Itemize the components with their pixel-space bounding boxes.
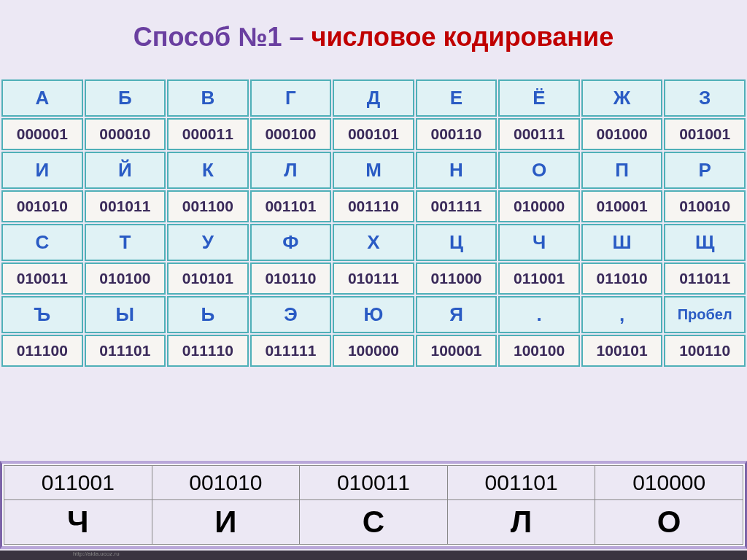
letter-cell: Х [333,224,414,261]
letter-cell: Щ [664,224,746,261]
letter-cell: Ш [581,224,663,261]
example-panel: 011001 001010 010011 001101 010000 Ч И С… [0,461,747,549]
code-cell: 001001 [664,118,746,150]
table-row: 011100 011101 011110 011111 100000 10000… [1,335,746,367]
letter-cell: Ь [167,296,249,333]
code-cell: 001010 [1,190,83,222]
code-cell: 001011 [85,190,166,222]
letter-cell: Ц [416,224,498,261]
code-cell: 001101 [250,190,332,222]
letter-cell: П [581,152,663,189]
example-table: 011001 001010 010011 001101 010000 Ч И С… [4,465,743,545]
letter-cell: Н [416,152,498,189]
code-cell: 011000 [416,262,498,295]
letter-cell: Ж [581,79,663,117]
table-row: Ъ Ы Ь Э Ю Я . , Пробел [1,296,746,333]
letter-cell: А [1,79,83,117]
code-cell: 000010 [85,118,166,150]
letter-cell: Т [85,224,166,261]
letter-cell: . [498,296,580,333]
letter-cell: Д [333,79,414,117]
code-cell: 011001 [498,262,580,295]
footer-url: http://aida.ucoz.ru [0,551,747,560]
code-cell: 010000 [498,190,580,222]
example-code: 011001 [4,466,152,500]
letter-cell: Й [85,152,166,189]
example-letter: О [595,500,743,545]
slide: Способ №1 – числовое кодирование А Б В Г… [0,0,747,560]
example-letter: С [300,500,448,545]
code-cell: 011110 [167,335,249,367]
code-cell: 100100 [498,335,580,367]
code-cell: 010011 [1,262,83,295]
code-cell: 010110 [250,262,332,295]
code-cell: 100101 [581,335,663,367]
letter-cell: Ы [85,296,166,333]
letter-cell: С [1,224,83,261]
example-letter: Ч [4,500,152,545]
letter-cell: Е [416,79,498,117]
code-cell: 100110 [664,335,746,367]
slide-title: Способ №1 – числовое кодирование [0,22,747,52]
letter-cell: Л [250,152,332,189]
letter-cell: Ч [498,224,580,261]
code-cell: 100001 [416,335,498,367]
letter-cell: З [664,79,746,117]
code-cell: 001000 [581,118,663,150]
code-cell: 011111 [250,335,332,367]
encoding-table: А Б В Г Д Е Ё Ж З 000001 000010 000011 0… [0,78,747,368]
letter-cell: Э [250,296,332,333]
example-letter: И [152,500,300,545]
example-letter: Л [447,500,595,545]
letter-cell: Пробел [664,296,746,333]
code-cell: 010100 [85,262,166,295]
letter-cell: О [498,152,580,189]
letter-cell: , [581,296,663,333]
code-cell: 001100 [167,190,249,222]
example-letters-row: Ч И С Л О [4,500,743,545]
code-cell: 010101 [167,262,249,295]
code-cell: 011011 [664,262,746,295]
table-row: И Й К Л М Н О П Р [1,152,746,189]
example-code: 010000 [595,466,743,500]
example-codes-row: 011001 001010 010011 001101 010000 [4,466,743,500]
code-cell: 010111 [333,262,414,295]
letter-cell: М [333,152,414,189]
letter-cell: Б [85,79,166,117]
letter-cell: И [1,152,83,189]
letter-cell: Ю [333,296,414,333]
code-cell: 000111 [498,118,580,150]
example-code: 001101 [447,466,595,500]
code-cell: 011010 [581,262,663,295]
letter-cell: Р [664,152,746,189]
letter-cell: Ъ [1,296,83,333]
letter-cell: Ф [250,224,332,261]
table-row: А Б В Г Д Е Ё Ж З [1,79,746,117]
code-cell: 010001 [581,190,663,222]
letter-cell: Ё [498,79,580,117]
code-cell: 011101 [85,335,166,367]
table-row: 001010 001011 001100 001101 001110 00111… [1,190,746,222]
letter-cell: Г [250,79,332,117]
code-cell: 000110 [416,118,498,150]
code-cell: 001111 [416,190,498,222]
table-row: С Т У Ф Х Ц Ч Ш Щ [1,224,746,261]
example-code: 001010 [152,466,300,500]
table-row: 000001 000010 000011 000100 000101 00011… [1,118,746,150]
code-cell: 011100 [1,335,83,367]
example-code: 010011 [300,466,448,500]
code-cell: 000100 [250,118,332,150]
letter-cell: К [167,152,249,189]
code-cell: 100000 [333,335,414,367]
table-row: 010011 010100 010101 010110 010111 01100… [1,262,746,295]
title-topic: числовое кодирование [311,22,614,52]
code-cell: 000001 [1,118,83,150]
code-cell: 000101 [333,118,414,150]
code-cell: 000011 [167,118,249,150]
letter-cell: У [167,224,249,261]
code-cell: 010010 [664,190,746,222]
letter-cell: В [167,79,249,117]
letter-cell: Я [416,296,498,333]
title-method: Способ №1 – [133,22,311,52]
code-cell: 001110 [333,190,414,222]
